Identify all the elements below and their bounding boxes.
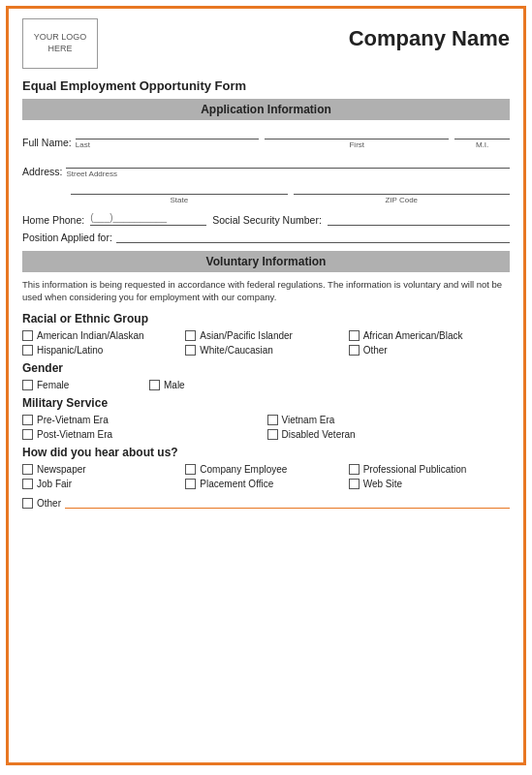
checkbox-asian-pacific-box[interactable] xyxy=(185,330,196,341)
position-label: Position Applied for: xyxy=(22,232,112,243)
military-options: Pre-Vietnam Era Vietnam Era Post-Vietnam… xyxy=(22,415,510,440)
hear-about-options: Newspaper Company Employee Professional … xyxy=(22,464,510,489)
checkbox-job-fair[interactable]: Job Fair xyxy=(22,479,183,489)
position-input[interactable] xyxy=(116,230,510,243)
checkbox-female[interactable]: Female xyxy=(22,380,147,390)
checkbox-african-american[interactable]: African American/Black xyxy=(349,330,510,341)
checkbox-male[interactable]: Male xyxy=(149,380,274,390)
checkbox-american-indian-label: American Indian/Alaskan xyxy=(37,330,144,341)
checkbox-white-label: White/Caucasian xyxy=(200,345,273,356)
checkbox-hispanic[interactable]: Hispanic/Latino xyxy=(22,345,183,356)
logo-box: YOUR LOGO HERE xyxy=(22,18,98,69)
checkbox-asian-pacific[interactable]: Asian/Pacific Islander xyxy=(185,330,346,341)
checkbox-african-american-box[interactable] xyxy=(349,330,360,341)
header: YOUR LOGO HERE Company Name xyxy=(22,18,510,69)
checkbox-american-indian[interactable]: American Indian/Alaskan xyxy=(22,330,183,341)
checkbox-disabled-veteran[interactable]: Disabled Veteran xyxy=(267,429,511,440)
checkbox-american-indian-box[interactable] xyxy=(22,330,33,341)
checkbox-placement-office[interactable]: Placement Office xyxy=(185,479,346,489)
checkbox-post-vietnam[interactable]: Post-Vietnam Era xyxy=(22,429,266,440)
full-name-label: Full Name: xyxy=(22,137,72,149)
checkbox-african-american-label: African American/Black xyxy=(363,330,463,341)
company-name: Company Name xyxy=(349,18,510,51)
checkbox-vietnam-label: Vietnam Era xyxy=(282,415,335,425)
checkbox-disabled-veteran-label: Disabled Veteran xyxy=(282,429,356,440)
checkbox-pre-vietnam-box[interactable] xyxy=(22,415,33,425)
form-container: YOUR LOGO HERE Company Name Equal Employ… xyxy=(6,6,526,765)
gender-options: Female Male xyxy=(22,380,274,390)
checkbox-hispanic-label: Hispanic/Latino xyxy=(37,345,103,356)
checkbox-white[interactable]: White/Caucasian xyxy=(185,345,346,356)
checkbox-pre-vietnam-label: Pre-Vietnam Era xyxy=(37,415,109,425)
address-label: Address: xyxy=(22,166,62,178)
checkbox-web-site-box[interactable] xyxy=(349,479,360,489)
racial-group-title: Racial or Ethnic Group xyxy=(22,312,510,326)
gender-title: Gender xyxy=(22,361,510,375)
first-name-field[interactable]: First xyxy=(265,126,449,149)
checkbox-company-employee-label: Company Employee xyxy=(200,464,287,475)
checkbox-asian-pacific-label: Asian/Pacific Islander xyxy=(200,330,293,341)
checkbox-female-label: Female xyxy=(37,380,69,390)
phone-ssn-row: Home Phone: (___)__________ Social Secur… xyxy=(22,212,510,226)
application-info-header: Application Information xyxy=(22,99,510,120)
hear-about-title: How did you hear about us? xyxy=(22,446,510,459)
checkbox-female-box[interactable] xyxy=(22,380,33,390)
zip-field[interactable]: ZIP Code xyxy=(294,181,511,204)
checkbox-male-box[interactable] xyxy=(149,380,160,390)
home-phone-label: Home Phone: xyxy=(22,214,84,226)
checkbox-hispanic-box[interactable] xyxy=(22,345,33,356)
other-row: Other xyxy=(22,495,510,509)
checkbox-other-box[interactable] xyxy=(22,498,33,509)
checkbox-other-race-label: Other xyxy=(363,345,388,356)
checkbox-newspaper-box[interactable] xyxy=(22,464,33,475)
checkbox-other-race-box[interactable] xyxy=(349,345,360,356)
ssn-input[interactable] xyxy=(328,212,510,226)
checkbox-company-employee[interactable]: Company Employee xyxy=(185,464,346,475)
checkbox-web-site[interactable]: Web Site xyxy=(349,479,510,489)
military-title: Military Service xyxy=(22,396,510,410)
checkbox-white-box[interactable] xyxy=(185,345,196,356)
checkbox-vietnam[interactable]: Vietnam Era xyxy=(267,415,511,425)
checkbox-post-vietnam-label: Post-Vietnam Era xyxy=(37,429,112,440)
checkbox-disabled-veteran-box[interactable] xyxy=(267,429,278,440)
checkbox-vietnam-box[interactable] xyxy=(267,415,278,425)
checkbox-professional-pub[interactable]: Professional Publication xyxy=(349,464,510,475)
state-field[interactable]: State xyxy=(71,181,288,204)
checkbox-placement-office-label: Placement Office xyxy=(200,479,273,489)
ssn-label: Social Security Number: xyxy=(212,214,322,226)
other-input[interactable] xyxy=(65,495,510,509)
checkbox-placement-office-box[interactable] xyxy=(185,479,196,489)
last-name-field[interactable]: Last xyxy=(76,126,260,149)
voluntary-info-header: Voluntary Information xyxy=(22,251,510,272)
home-phone-input[interactable]: (___)__________ xyxy=(90,212,206,226)
checkbox-professional-pub-box[interactable] xyxy=(349,464,360,475)
checkbox-other[interactable]: Other xyxy=(22,498,61,509)
checkbox-male-label: Male xyxy=(164,380,185,390)
checkbox-company-employee-box[interactable] xyxy=(185,464,196,475)
street-address-field[interactable]: Street Address xyxy=(66,155,510,178)
position-row: Position Applied for: xyxy=(22,230,510,243)
checkbox-pre-vietnam[interactable]: Pre-Vietnam Era xyxy=(22,415,266,425)
logo-text: YOUR LOGO HERE xyxy=(34,32,87,54)
voluntary-description: This information is being requested in a… xyxy=(22,278,510,304)
checkbox-professional-pub-label: Professional Publication xyxy=(363,464,467,475)
checkbox-job-fair-label: Job Fair xyxy=(37,479,72,489)
checkbox-newspaper-label: Newspaper xyxy=(37,464,86,475)
form-title: Equal Employment Opportunity Form xyxy=(22,78,510,93)
checkbox-job-fair-box[interactable] xyxy=(22,479,33,489)
phone-placeholder: (___)__________ xyxy=(90,212,167,223)
checkbox-web-site-label: Web Site xyxy=(363,479,402,489)
checkbox-other-label: Other xyxy=(37,498,61,509)
checkbox-other-race[interactable]: Other xyxy=(349,345,510,356)
checkbox-post-vietnam-box[interactable] xyxy=(22,429,33,440)
racial-group-options: American Indian/Alaskan Asian/Pacific Is… xyxy=(22,330,510,356)
mi-field[interactable]: M.I. xyxy=(454,126,510,149)
checkbox-newspaper[interactable]: Newspaper xyxy=(22,464,183,475)
